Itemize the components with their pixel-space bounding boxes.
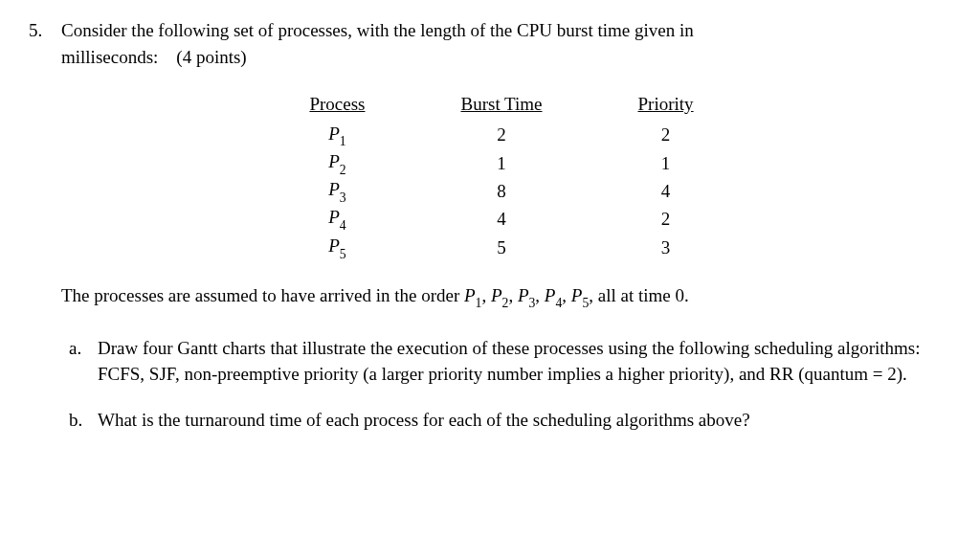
cell-priority: 1 [590, 149, 742, 177]
cell-process: P4 [261, 205, 412, 233]
sub-parts: a. Draw four Gantt charts that illustrat… [61, 335, 942, 434]
intro-line2a: milliseconds: [61, 47, 158, 67]
table-row: P384 [261, 177, 741, 205]
intro-paragraph: Consider the following set of processes,… [61, 17, 942, 70]
arrival-suffix: , all at time 0. [589, 285, 688, 305]
table-row: P122 [261, 122, 741, 149]
cell-priority: 2 [590, 122, 742, 149]
question-block: 5. Consider the following set of process… [29, 17, 942, 452]
part-a: a. Draw four Gantt charts that illustrat… [69, 335, 942, 388]
cell-process: P3 [261, 177, 412, 205]
intro-line1: Consider the following set of processes,… [61, 20, 694, 40]
part-b: b. What is the turnaround time of each p… [69, 407, 942, 434]
process-table-container: Process Burst Time Priority P122P211P384… [61, 89, 942, 261]
cell-priority: 4 [590, 177, 742, 205]
header-process: Process [261, 89, 412, 122]
cell-burst: 1 [412, 149, 590, 177]
process-table: Process Burst Time Priority P122P211P384… [261, 89, 741, 261]
part-a-letter: a. [69, 335, 98, 388]
cell-burst: 8 [412, 177, 590, 205]
intro-line2b: (4 points) [176, 47, 246, 67]
table-row: P442 [261, 205, 741, 233]
table-row: P211 [261, 149, 741, 177]
part-b-text: What is the turnaround time of each proc… [98, 407, 942, 434]
cell-priority: 3 [590, 234, 742, 261]
question-number: 5. [29, 17, 61, 452]
arrival-prefix: The processes are assumed to have arrive… [61, 285, 464, 305]
header-burst: Burst Time [412, 89, 590, 122]
cell-burst: 5 [412, 234, 590, 261]
header-priority: Priority [590, 89, 742, 122]
cell-burst: 4 [412, 205, 590, 233]
cell-process: P1 [261, 122, 412, 149]
question-content: Consider the following set of processes,… [61, 17, 942, 452]
table-body: P122P211P384P442P553 [261, 122, 741, 261]
cell-priority: 2 [590, 205, 742, 233]
cell-process: P2 [261, 149, 412, 177]
cell-process: P5 [261, 234, 412, 261]
table-row: P553 [261, 234, 741, 261]
part-a-text: Draw four Gantt charts that illustrate t… [98, 335, 942, 388]
table-header-row: Process Burst Time Priority [261, 89, 741, 122]
part-b-letter: b. [69, 407, 98, 434]
cell-burst: 2 [412, 122, 590, 149]
process-list-inline: P1, P2, P3, P4, P5 [464, 285, 589, 305]
arrival-note: The processes are assumed to have arrive… [61, 282, 942, 312]
